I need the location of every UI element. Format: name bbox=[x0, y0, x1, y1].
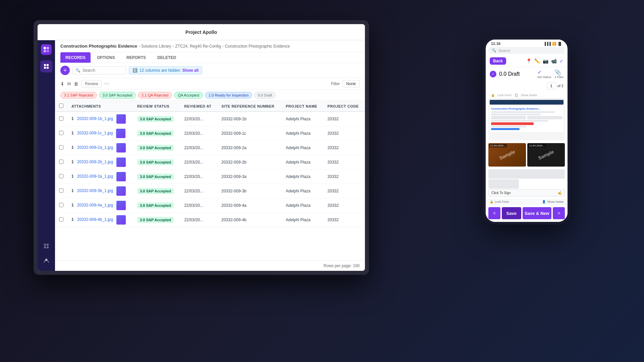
sidebar-icon-grid[interactable] bbox=[40, 60, 52, 72]
check-nav-icon[interactable]: ✓ bbox=[559, 58, 564, 64]
row-checkbox-2[interactable] bbox=[59, 145, 63, 149]
phone-search-icon: 🔍 bbox=[492, 48, 496, 53]
project-name-4: Adelphi Plaza bbox=[282, 170, 323, 184]
sidebar-icon-apps[interactable] bbox=[40, 240, 52, 252]
col-reviewed-at: REVIEWED AT bbox=[180, 101, 217, 112]
delete-icon[interactable]: 🗑 bbox=[74, 81, 78, 86]
img-2-sample: Sample bbox=[537, 149, 555, 161]
click-to-sign-button[interactable]: Click To Sign ✍ bbox=[488, 189, 565, 196]
show-all-link[interactable]: Show all bbox=[182, 68, 199, 73]
file-link-6[interactable]: 20332-009-4a_1.jpg bbox=[77, 203, 113, 207]
tab-deleted[interactable]: DELETED bbox=[152, 52, 181, 63]
location-icon[interactable]: 📍 bbox=[526, 58, 532, 64]
status-chip-qa-accepted[interactable]: QA Accepted bbox=[174, 92, 203, 99]
row-checkbox-6[interactable] bbox=[59, 203, 63, 207]
records-table: ATTACHMENTS REVIEW STATUS REVIEWED AT SI… bbox=[55, 101, 365, 227]
row-checkbox-0[interactable] bbox=[59, 116, 63, 121]
tab-reports[interactable]: REPORTS bbox=[121, 52, 151, 63]
search-input[interactable] bbox=[83, 68, 123, 73]
more-icon[interactable]: ⋯ bbox=[104, 81, 109, 86]
notes-icon-footer: 👤 bbox=[542, 200, 546, 203]
project-name-0: Adelphi Plaza bbox=[282, 112, 323, 126]
phone-sign-row-2 bbox=[488, 179, 565, 189]
phone-search-bar[interactable]: 🔍 Search bbox=[488, 47, 565, 54]
row-checkbox-7[interactable] bbox=[59, 217, 63, 222]
video-icon[interactable]: 📹 bbox=[551, 58, 557, 64]
rows-per-page-label: Rows per page: bbox=[324, 263, 352, 268]
svg-rect-0 bbox=[44, 47, 46, 49]
attachment-count-5: 1 bbox=[71, 188, 74, 193]
site-ref-7: 20332-009-4b bbox=[217, 213, 282, 227]
project-code-7: 20332 bbox=[323, 213, 365, 227]
row-checkbox-1[interactable] bbox=[59, 131, 63, 135]
back-button[interactable]: Back bbox=[490, 57, 506, 65]
pencil-icon[interactable]: ✏️ bbox=[534, 58, 540, 64]
doc-line-3 bbox=[491, 126, 527, 127]
img-2-label: 11.04.2024... bbox=[528, 144, 546, 147]
project-name-5: Adelphi Plaza bbox=[282, 184, 323, 198]
row-checkbox-4[interactable] bbox=[59, 174, 63, 178]
file-link-4[interactable]: 20332-009-3a_1.jpg bbox=[77, 174, 113, 179]
status-badge-4: 3.0 SAP Accepted bbox=[137, 174, 174, 180]
file-link-0[interactable]: 20332-009-1b_1.jpg bbox=[77, 116, 113, 121]
status-badge-5: 3.0 SAP Accepted bbox=[137, 188, 174, 194]
camera-icon[interactable]: 📷 bbox=[543, 58, 548, 64]
file-link-5[interactable]: 20332-009-3b_1.jpg bbox=[77, 188, 113, 193]
status-chip-ready[interactable]: 1.0 Ready for Inspection bbox=[205, 92, 252, 99]
sidebar-logo[interactable] bbox=[41, 44, 52, 55]
status-chip-sap-accepted[interactable]: 3.0 SAP Accepted bbox=[99, 92, 136, 99]
file-link-1[interactable]: 20332-009-1c_1.jpg bbox=[77, 131, 113, 135]
set-status-action[interactable]: ✓ Set Status bbox=[537, 69, 551, 79]
project-code-2: 20332 bbox=[323, 141, 365, 155]
breadcrumb-link-3[interactable]: Construction Photographic Evidence bbox=[225, 44, 290, 49]
thumb-3 bbox=[116, 158, 126, 167]
attachment-count-2: 1 bbox=[71, 145, 74, 150]
reviewed-at-6: 22/03/20... bbox=[180, 198, 217, 213]
files-action[interactable]: 📎 3 Files bbox=[554, 69, 564, 79]
laptop-screen: Project Apollo bbox=[38, 24, 365, 271]
status-chip-draft[interactable]: 0.0 Draft bbox=[254, 92, 276, 99]
filter-select[interactable]: None bbox=[342, 80, 360, 87]
tab-records[interactable]: RECORDS bbox=[60, 52, 91, 63]
lock-icon-footer: 🔒 bbox=[490, 200, 493, 203]
doc-section-title: Construction Photographic Evidence... bbox=[491, 107, 562, 110]
reviewed-at-0: 22/03/20... bbox=[180, 112, 217, 126]
status-filter-bar: 3.1 SAP Rejected 3.0 SAP Accepted 2.1 QA… bbox=[55, 90, 365, 101]
row-checkbox-5[interactable] bbox=[59, 188, 63, 193]
add-record-button[interactable]: + bbox=[60, 66, 70, 75]
breadcrumb-link-2[interactable]: ZTC24. Reg40 Re-Config bbox=[175, 44, 221, 49]
tab-options[interactable]: OPTIONS bbox=[92, 52, 120, 63]
doc-line-2 bbox=[491, 120, 548, 122]
row-checkbox-3[interactable] bbox=[59, 160, 63, 164]
site-ref-3: 20332-009-2b bbox=[217, 155, 282, 170]
page-number-input[interactable] bbox=[547, 82, 556, 89]
phone-image-1[interactable]: 11.04.2024... Sample bbox=[488, 143, 526, 167]
phone-image-2[interactable]: 11.04.2024... Sample bbox=[527, 143, 565, 167]
status-chip-qa-rejected[interactable]: 2.1 QA Rejected bbox=[138, 92, 172, 99]
phone-sign-area: Click To Sign ✍ bbox=[488, 169, 565, 198]
download-icon[interactable]: ⬇ bbox=[60, 81, 64, 86]
phone-save-button[interactable]: Save bbox=[502, 207, 521, 219]
phone-frame: 11:16 ▐▐▐ 🛜 ▐▌ 🔍 Search Back 📍 ✏️ 📷 📹 ✓ bbox=[483, 37, 570, 225]
file-link-2[interactable]: 20332-009-2a_1.jpg bbox=[77, 145, 113, 150]
select-all-checkbox[interactable] bbox=[59, 104, 63, 108]
status-chip-sap-rejected[interactable]: 3.1 SAP Rejected bbox=[60, 92, 97, 99]
phone-pagination: of 2 bbox=[486, 81, 568, 91]
breadcrumb: Construction Photographic Evidence › Sol… bbox=[55, 40, 365, 52]
email-icon[interactable]: ✉ bbox=[67, 81, 71, 86]
phone-prev-button[interactable]: < bbox=[488, 207, 500, 219]
file-link-3[interactable]: 20332-009-2b_1.jpg bbox=[77, 160, 113, 164]
svg-rect-8 bbox=[44, 244, 46, 246]
phone-next-button[interactable]: > bbox=[553, 207, 565, 219]
attachment-count-0: 1 bbox=[71, 116, 74, 121]
breadcrumb-link-1[interactable]: Solutions Library bbox=[141, 44, 171, 49]
review-button[interactable]: Review bbox=[81, 80, 102, 87]
phone-save-new-button[interactable]: Save & New bbox=[523, 207, 551, 219]
sidebar-icon-user[interactable] bbox=[40, 255, 52, 267]
table-row: 1 20332-009-3b_1.jpg 3.0 SAP Accepted 22… bbox=[55, 184, 365, 198]
breadcrumb-sep-2: › bbox=[172, 44, 174, 49]
phone-status-icons: ▐▐▐ 🛜 ▐▌ bbox=[544, 42, 562, 46]
phone-doc-footer-left: 🔒 Lock Form bbox=[490, 200, 509, 203]
phone-status-bar: 11:16 ▐▐▐ 🛜 ▐▌ bbox=[486, 40, 568, 47]
file-link-7[interactable]: 20332-009-4b_1.jpg bbox=[77, 217, 113, 222]
